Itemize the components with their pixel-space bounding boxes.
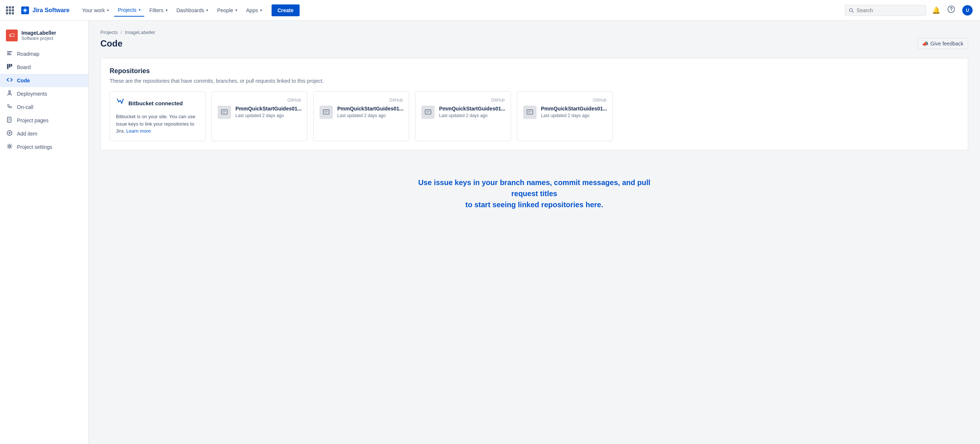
bottom-banner-text: Use issue keys in your branch names, com…: [405, 177, 663, 210]
repo-provider: GitHub: [218, 97, 301, 103]
repo-name: PmmQuickStartGuides01...: [541, 105, 607, 112]
repo-icon-wrap: [218, 105, 231, 119]
learn-more-link[interactable]: Learn more: [126, 128, 151, 134]
repo-name: PmmQuickStartGuides01...: [235, 105, 302, 112]
svg-line-2: [852, 11, 853, 12]
svg-rect-9: [9, 64, 10, 68]
nav-people[interactable]: People▾: [213, 5, 241, 16]
repo-provider: GitHub: [320, 97, 403, 103]
repo-icon: [523, 105, 536, 119]
repo-card[interactable]: GitHub PmmQuickStartGuides01... Last upd…: [212, 91, 307, 141]
sidebar-item-add-item[interactable]: Add item: [0, 127, 88, 141]
nav-apps[interactable]: Apps▾: [242, 5, 266, 16]
repo-name: PmmQuickStartGuides01...: [439, 105, 506, 112]
top-navigation: Jira Software Your work▾ Projects▾ Filte…: [0, 0, 980, 21]
svg-rect-29: [527, 110, 533, 114]
svg-rect-7: [7, 54, 11, 55]
app-switcher-button[interactable]: [6, 6, 14, 14]
repo-cards-grid: Bitbucket connected Bitbucket is on your…: [110, 91, 959, 141]
add-icon: [6, 130, 13, 137]
project-header: 🏷 ImageLabeller Software project: [0, 27, 88, 47]
sidebar-item-deployments[interactable]: Deployments: [0, 87, 88, 101]
sidebar-label-deployments: Deployments: [17, 91, 47, 97]
roadmap-icon: [6, 50, 13, 57]
repo-icon-wrap: [422, 105, 435, 119]
repositories-section: Repositories These are the repositories …: [100, 58, 968, 150]
repo-card[interactable]: GitHub PmmQuickStartGuides01... Last upd…: [415, 91, 511, 141]
feedback-button[interactable]: 📣 Give feedback: [917, 38, 969, 49]
project-icon: 🏷: [6, 30, 18, 42]
bitbucket-card[interactable]: Bitbucket connected Bitbucket is on your…: [110, 91, 205, 141]
board-icon: [6, 64, 13, 71]
sidebar-item-project-settings[interactable]: Project settings: [0, 141, 88, 154]
repo-icon: [320, 105, 333, 119]
svg-rect-8: [7, 64, 8, 69]
create-button[interactable]: Create: [272, 5, 300, 16]
repo-card[interactable]: GitHub PmmQuickStartGuides01... Last upd…: [313, 91, 409, 141]
svg-rect-23: [323, 110, 329, 114]
sidebar-label-roadmap: Roadmap: [17, 51, 40, 57]
search-box[interactable]: [845, 5, 926, 16]
sidebar-label-on-call: On-call: [17, 104, 33, 110]
sidebar-item-roadmap[interactable]: Roadmap: [0, 47, 88, 61]
breadcrumb-projects[interactable]: Projects: [100, 30, 118, 35]
repo-provider: GitHub: [523, 97, 606, 103]
svg-rect-26: [425, 110, 431, 114]
project-type: Software project: [21, 36, 56, 41]
sidebar-label-code: Code: [17, 78, 30, 83]
bitbucket-header: Bitbucket connected: [116, 97, 199, 109]
settings-icon: [6, 143, 13, 151]
help-button[interactable]: [946, 4, 956, 16]
sidebar: 🏷 ImageLabeller Software project Roadmap…: [0, 21, 89, 444]
sidebar-item-board[interactable]: Board: [0, 61, 88, 74]
sidebar-item-on-call[interactable]: On-call: [0, 101, 88, 114]
logo-text: Jira Software: [32, 7, 69, 14]
nav-dashboards[interactable]: Dashboards▾: [173, 5, 212, 16]
repo-updated: Last updated 2 days ago: [235, 113, 302, 118]
repo-info: PmmQuickStartGuides01... Last updated 2 …: [337, 105, 404, 118]
bitbucket-title: Bitbucket connected: [129, 100, 183, 106]
sidebar-item-code[interactable]: Code: [0, 74, 88, 87]
bitbucket-icon: [116, 97, 125, 109]
sidebar-label-board: Board: [17, 64, 30, 70]
layout: 🏷 ImageLabeller Software project Roadmap…: [0, 21, 980, 444]
breadcrumb-project[interactable]: ImageLabeller: [125, 30, 155, 35]
logo[interactable]: Jira Software: [20, 5, 69, 16]
repo-icon-wrap: [523, 105, 536, 119]
repo-card[interactable]: GitHub PmmQuickStartGuides01... Last upd…: [517, 91, 613, 141]
bottom-banner: Use issue keys in your branch names, com…: [100, 162, 968, 225]
repo-name: PmmQuickStartGuides01...: [337, 105, 404, 112]
nav-right: 🔔 U: [845, 4, 974, 17]
repo-info: PmmQuickStartGuides01... Last updated 2 …: [541, 105, 607, 118]
svg-point-19: [9, 145, 11, 147]
main-content: Projects / ImageLabeller Code 📣 Give fee…: [89, 21, 980, 444]
repo-updated: Last updated 2 days ago: [337, 113, 404, 118]
feedback-label: Give feedback: [931, 41, 964, 46]
repo-provider: GitHub: [422, 97, 505, 103]
notifications-button[interactable]: 🔔: [931, 5, 942, 16]
nav-your-work[interactable]: Your work▾: [78, 5, 113, 16]
svg-point-4: [951, 10, 951, 11]
profile-button[interactable]: U: [961, 4, 974, 17]
code-icon: [6, 77, 13, 84]
project-name: ImageLabeller: [21, 30, 56, 36]
repo-info: PmmQuickStartGuides01... Last updated 2 …: [235, 105, 302, 118]
svg-rect-10: [11, 64, 12, 67]
svg-rect-5: [7, 51, 12, 52]
repo-icon: [218, 105, 231, 119]
sidebar-item-project-pages[interactable]: Project pages: [0, 114, 88, 127]
repo-icon: [422, 105, 435, 119]
svg-rect-6: [7, 53, 11, 54]
page-header: Code 📣 Give feedback: [100, 38, 968, 49]
pages-icon: [6, 117, 13, 124]
bitbucket-description: Bitbucket is on your site. You can use i…: [116, 113, 199, 135]
deployments-icon: [6, 90, 13, 97]
repo-icon-wrap: [320, 105, 333, 119]
project-info: ImageLabeller Software project: [21, 30, 56, 41]
search-input[interactable]: [857, 7, 922, 13]
nav-filters[interactable]: Filters▾: [146, 5, 171, 16]
oncall-icon: [6, 104, 13, 111]
nav-items: Your work▾ Projects▾ Filters▾ Dashboards…: [78, 4, 265, 17]
nav-projects[interactable]: Projects▾: [114, 4, 144, 17]
svg-point-11: [9, 91, 11, 93]
